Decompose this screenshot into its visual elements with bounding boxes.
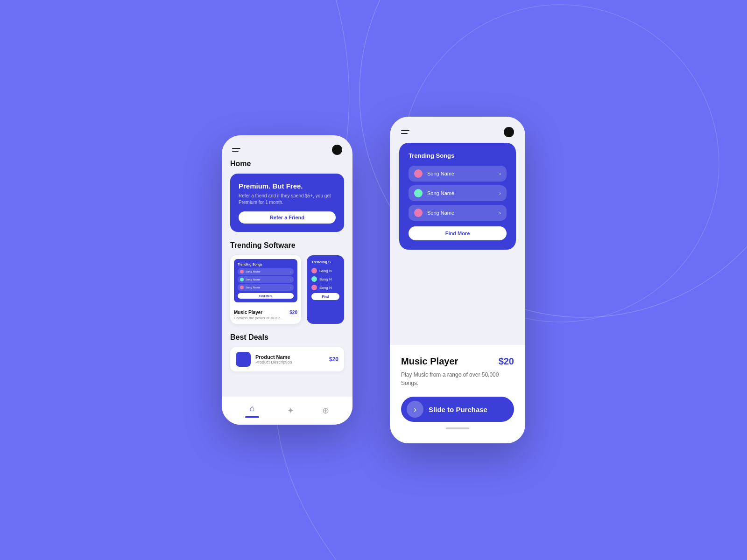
song-name-2: Song Name (427, 190, 494, 196)
mini-song-name-1: Song Name (246, 270, 289, 273)
mini-dot-2 (240, 278, 244, 281)
nav-home-indicator (245, 416, 259, 418)
music-card-title: Trending Songs (409, 152, 507, 159)
song-chevron-3: › (499, 210, 501, 216)
mini-song-row-1: Song Name › (238, 268, 294, 275)
home-icon: ⌂ (250, 404, 255, 413)
deal-name: Product Name (255, 354, 324, 360)
phone-1: Home Premium. But Free. Refer a friend a… (222, 135, 352, 425)
slide-label: Slide to Purchase (423, 406, 493, 413)
product-header: Music Player $20 (401, 356, 514, 367)
promo-banner: Premium. But Free. Refer a friend and if… (230, 174, 344, 232)
sc2-row-3: Song N (311, 285, 339, 290)
deal-price: $20 (329, 356, 338, 363)
trending-cards: Trending Songs Song Name › Song Name › (230, 255, 344, 324)
star-icon: ✦ (287, 406, 294, 416)
banner-description: Refer a friend and if they spend $5+, yo… (239, 193, 336, 206)
phone2-camera-dot (504, 127, 514, 137)
phone-2-header (390, 117, 525, 143)
card-preview: Trending Songs Song Name › Song Name › (230, 255, 301, 306)
bag-icon: ⊕ (322, 406, 329, 416)
deal-icon (236, 352, 251, 367)
best-deals-title: Best Deals (230, 333, 344, 342)
sc2-row-1: Song N (311, 268, 339, 273)
mini-song-row-3: Song Name › (238, 284, 294, 291)
phone-1-content: Home Premium. But Free. Refer a friend a… (222, 160, 352, 371)
phone2-product-section: Music Player $20 Play Music from a range… (390, 345, 525, 443)
song-dot-1 (414, 169, 423, 178)
sc2-dot-2 (311, 276, 317, 282)
card-info: Music Player Harness the power of Music.… (230, 306, 301, 324)
software-card-1[interactable]: Trending Songs Song Name › Song Name › (230, 255, 301, 324)
mini-song-name-3: Song Name (246, 286, 289, 289)
nav-bag[interactable]: ⊕ (322, 406, 329, 416)
phone-2: Trending Songs Song Name › Song Name › S… (390, 117, 525, 443)
phones-wrapper: Home Premium. But Free. Refer a friend a… (0, 0, 747, 560)
nav-home[interactable]: ⌂ (245, 404, 259, 418)
music-player-card: Trending Songs Song Name › Song Name › S… (399, 143, 516, 250)
song-chevron-1: › (499, 171, 501, 176)
phone-1-header (222, 135, 352, 160)
software-desc: Harness the power of Music. (234, 316, 281, 320)
menu-icon[interactable] (232, 148, 240, 152)
card2-title: Trending S (311, 260, 339, 264)
product-title: Music Player (401, 356, 458, 367)
mini-song-name-2: Song Name (246, 278, 289, 281)
slide-arrow-icon: › (414, 405, 416, 414)
home-indicator (446, 427, 469, 429)
song-chevron-2: › (499, 190, 501, 196)
software-card-2[interactable]: Trending S Song N Song N Song N Find (307, 255, 344, 324)
nav-favorites[interactable]: ✦ (287, 406, 294, 416)
deal-info: Product Name Product Description (255, 354, 324, 364)
product-price: $20 (499, 356, 514, 367)
sc2-find-btn[interactable]: Find (311, 293, 339, 300)
sc2-dot-1 (311, 268, 317, 273)
song-name-1: Song Name (427, 171, 494, 176)
song-dot-3 (414, 209, 423, 217)
deal-row[interactable]: Product Name Product Description $20 (230, 347, 344, 371)
mini-dot-3 (240, 286, 244, 289)
song-row-3[interactable]: Song Name › (409, 205, 507, 221)
refer-friend-button[interactable]: Refer a Friend (239, 211, 336, 224)
bottom-nav: ⌂ ✦ ⊕ (222, 397, 352, 425)
mini-music-title: Trending Songs (238, 263, 294, 266)
song-row-2[interactable]: Song Name › (409, 185, 507, 201)
mini-song-row-2: Song Name › (238, 276, 294, 283)
software-price: $20 (289, 310, 297, 315)
song-name-3: Song Name (427, 210, 494, 216)
find-more-button[interactable]: Find More (409, 226, 507, 240)
deal-desc: Product Description (255, 360, 324, 364)
song-dot-2 (414, 189, 423, 197)
slide-circle: › (407, 401, 423, 418)
software-name: Music Player (234, 310, 281, 315)
mini-dot-1 (240, 270, 244, 273)
mini-music-card: Trending Songs Song Name › Song Name › (234, 259, 297, 302)
home-title: Home (230, 160, 344, 168)
trending-software-title: Trending Software (230, 241, 344, 250)
phone2-menu-icon[interactable] (401, 130, 409, 134)
sc2-row-2: Song N (311, 276, 339, 282)
camera-dot (332, 145, 342, 155)
sc2-dot-3 (311, 285, 317, 290)
mini-find-btn[interactable]: Find More (238, 293, 294, 299)
slide-to-purchase-button[interactable]: › Slide to Purchase (401, 397, 514, 422)
phone2-card-wrapper: Trending Songs Song Name › Song Name › S… (390, 143, 525, 250)
banner-title: Premium. But Free. (239, 182, 336, 190)
song-row-1[interactable]: Song Name › (409, 166, 507, 182)
product-description: Play Music from a range of over 50,000 S… (401, 371, 514, 387)
